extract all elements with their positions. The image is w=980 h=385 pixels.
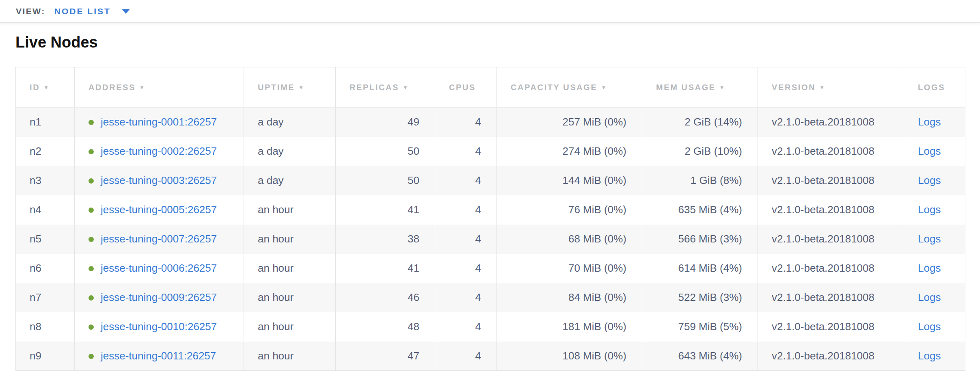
live-status-dot-icon [89, 208, 94, 213]
cell-logs: Logs [904, 195, 965, 225]
live-nodes-table: ID▼ADDRESS▼UPTIME▼REPLICAS▼CPUSCAPACITY … [15, 67, 965, 371]
cell-mem: 1 GiB (8%) [642, 166, 758, 195]
node-logs-link[interactable]: Logs [918, 233, 941, 245]
node-address-link[interactable]: jesse-tuning-0006:26257 [101, 262, 217, 274]
sort-desc-icon: ▼ [403, 84, 408, 91]
page-title: Live Nodes [15, 33, 965, 51]
cell-id: n7 [16, 283, 75, 312]
column-label: CAPACITY USAGE [511, 83, 597, 92]
table-row: n1jesse-tuning-0001:26257a day494257 MiB… [16, 108, 965, 137]
cell-version: v2.1.0-beta.20181008 [758, 254, 904, 283]
cell-address: jesse-tuning-0001:26257 [75, 108, 244, 137]
cell-mem: 2 GiB (10%) [642, 137, 758, 166]
table-row: n3jesse-tuning-0003:26257a day504144 MiB… [16, 166, 965, 195]
node-logs-link[interactable]: Logs [918, 320, 941, 333]
cell-address: jesse-tuning-0006:26257 [75, 254, 244, 283]
cell-id: n1 [16, 108, 75, 137]
live-status-dot-icon [89, 149, 94, 154]
live-status-dot-icon [89, 266, 94, 271]
cell-logs: Logs [904, 225, 965, 254]
cell-uptime: a day [244, 108, 336, 137]
cell-capacity: 70 MiB (0%) [497, 254, 642, 283]
node-address-link[interactable]: jesse-tuning-0011:26257 [101, 350, 216, 362]
cell-id: n4 [16, 195, 75, 225]
column-header-capacity[interactable]: CAPACITY USAGE▼ [497, 67, 642, 108]
cell-mem: 635 MiB (4%) [642, 195, 758, 225]
live-status-dot-icon [89, 295, 94, 301]
view-selector[interactable]: NODE LIST [54, 6, 130, 16]
cell-uptime: an hour [244, 312, 336, 342]
cell-logs: Logs [904, 108, 965, 137]
sort-desc-icon: ▼ [43, 84, 49, 91]
table-row: n9jesse-tuning-0011:26257an hour474108 M… [16, 342, 965, 371]
cell-replicas: 50 [336, 137, 435, 166]
column-header-uptime[interactable]: UPTIME▼ [244, 67, 336, 108]
cell-uptime: an hour [244, 342, 336, 371]
cell-uptime: an hour [244, 283, 336, 312]
table-header-row: ID▼ADDRESS▼UPTIME▼REPLICAS▼CPUSCAPACITY … [16, 67, 965, 108]
cell-address: jesse-tuning-0010:26257 [75, 312, 244, 342]
node-address-link[interactable]: jesse-tuning-0002:26257 [101, 145, 217, 157]
column-header-logs: LOGS [904, 67, 965, 108]
cell-logs: Logs [904, 137, 965, 166]
cell-logs: Logs [904, 166, 965, 195]
cell-id: n3 [16, 166, 75, 195]
cell-cpus: 4 [435, 312, 497, 342]
cell-capacity: 274 MiB (0%) [497, 137, 642, 166]
cell-capacity: 76 MiB (0%) [497, 195, 642, 225]
node-logs-link[interactable]: Logs [918, 203, 941, 216]
column-label: REPLICAS [350, 83, 399, 92]
cell-replicas: 47 [336, 342, 435, 371]
column-header-mem[interactable]: MEM USAGE▼ [642, 67, 758, 108]
cell-mem: 2 GiB (14%) [642, 108, 758, 137]
cell-logs: Logs [904, 342, 965, 371]
cell-version: v2.1.0-beta.20181008 [758, 166, 904, 195]
sort-desc-icon: ▼ [139, 84, 145, 91]
cell-address: jesse-tuning-0002:26257 [75, 137, 244, 166]
column-label: LOGS [918, 83, 945, 92]
sort-desc-icon: ▼ [298, 84, 304, 91]
cell-capacity: 108 MiB (0%) [497, 342, 642, 371]
node-logs-link[interactable]: Logs [918, 350, 941, 362]
column-header-id[interactable]: ID▼ [16, 67, 75, 108]
cell-mem: 566 MiB (3%) [642, 225, 758, 254]
node-address-link[interactable]: jesse-tuning-0009:26257 [101, 291, 217, 303]
cell-id: n8 [16, 312, 75, 342]
node-logs-link[interactable]: Logs [918, 262, 941, 274]
cell-cpus: 4 [435, 195, 497, 225]
cell-version: v2.1.0-beta.20181008 [758, 195, 904, 225]
node-address-link[interactable]: jesse-tuning-0001:26257 [101, 116, 217, 128]
cell-cpus: 4 [435, 137, 497, 166]
node-address-link[interactable]: jesse-tuning-0003:26257 [101, 174, 217, 186]
live-status-dot-icon [89, 178, 94, 184]
cell-mem: 522 MiB (3%) [642, 283, 758, 312]
cell-uptime: a day [244, 137, 336, 166]
cell-address: jesse-tuning-0007:26257 [75, 225, 244, 254]
node-logs-link[interactable]: Logs [918, 174, 941, 186]
column-header-address[interactable]: ADDRESS▼ [75, 67, 244, 108]
node-logs-link[interactable]: Logs [918, 145, 941, 157]
node-address-link[interactable]: jesse-tuning-0005:26257 [101, 203, 217, 216]
view-toolbar: VIEW: NODE LIST [0, 0, 980, 23]
cell-capacity: 257 MiB (0%) [497, 108, 642, 137]
column-header-replicas[interactable]: REPLICAS▼ [336, 67, 435, 108]
node-logs-link[interactable]: Logs [918, 116, 941, 128]
cell-capacity: 144 MiB (0%) [497, 166, 642, 195]
cell-replicas: 46 [336, 283, 435, 312]
live-status-dot-icon [89, 237, 94, 242]
node-address-link[interactable]: jesse-tuning-0010:26257 [101, 320, 217, 333]
cell-mem: 614 MiB (4%) [642, 254, 758, 283]
cell-address: jesse-tuning-0009:26257 [75, 283, 244, 312]
column-header-cpus: CPUS [435, 67, 497, 108]
cell-capacity: 68 MiB (0%) [497, 225, 642, 254]
cell-id: n2 [16, 137, 75, 166]
column-header-version[interactable]: VERSION▼ [758, 67, 904, 108]
table-row: n4jesse-tuning-0005:26257an hour41476 Mi… [16, 195, 965, 225]
cell-id: n5 [16, 225, 75, 254]
node-logs-link[interactable]: Logs [918, 291, 941, 303]
sort-desc-icon: ▼ [719, 84, 725, 91]
node-address-link[interactable]: jesse-tuning-0007:26257 [101, 233, 217, 245]
chevron-down-icon [122, 9, 130, 14]
cell-replicas: 48 [336, 312, 435, 342]
live-status-dot-icon [89, 354, 94, 359]
